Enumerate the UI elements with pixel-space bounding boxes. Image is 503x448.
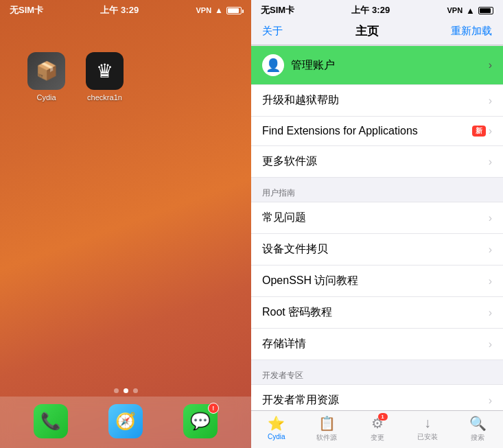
section-developer: 开发者专区 xyxy=(251,360,503,384)
chevron-icon: › xyxy=(489,307,492,319)
menu-item-faq[interactable]: 常见问题 › xyxy=(251,202,503,234)
dot-3 xyxy=(133,388,138,393)
dot-1 xyxy=(114,388,119,393)
menu-item-root-password[interactable]: Root 密码教程 › xyxy=(251,297,503,329)
messages-icon: 💬 xyxy=(190,412,211,431)
manage-account-label: 管理账户 xyxy=(291,58,335,73)
chevron-icon: › xyxy=(489,59,492,71)
dock: 📞 🧭 💬 ! xyxy=(0,397,251,448)
right-panel: 无SIM卡 上午 3:29 VPN ▲ 关于 主页 重新加载 👤 管理账户 › xyxy=(251,0,503,448)
chevron-icon: › xyxy=(489,244,492,256)
new-badge: 新 xyxy=(472,126,486,137)
right-wifi-icon: ▲ xyxy=(466,5,475,16)
right-battery-icon xyxy=(478,7,493,14)
person-icon: 👤 xyxy=(266,58,281,73)
home-screen-icons: 📦 Cydia ♛ checkra1n xyxy=(0,32,251,102)
dock-phone[interactable]: 📞 xyxy=(34,404,68,438)
right-time: 上午 3:29 xyxy=(351,4,390,16)
right-vpn-label: VPN xyxy=(447,6,463,14)
dot-2 xyxy=(124,388,128,393)
changes-badge: 1 xyxy=(378,413,388,421)
storage-details-label: 存储详情 xyxy=(262,337,306,351)
openssh-label: OpenSSH 访问教程 xyxy=(262,274,358,288)
menu-item-more-sources[interactable]: 更多软件源 › xyxy=(251,146,503,178)
section-user-guide: 用户指南 xyxy=(251,178,503,202)
chevron-icon: › xyxy=(489,338,492,351)
menu-item-storage-details[interactable]: 存储详情 › xyxy=(251,329,503,360)
installed-icon: ↓ xyxy=(424,415,431,431)
root-password-label: Root 密码教程 xyxy=(262,305,332,320)
find-extensions-label: Find Extensions for Applications xyxy=(262,125,418,137)
left-carrier: 无SIM卡 xyxy=(10,4,43,16)
changes-icon: ⚙ 1 xyxy=(371,415,384,432)
chevron-icon: › xyxy=(489,125,492,137)
app-icon-cydia[interactable]: 📦 Cydia xyxy=(27,52,65,102)
page-dots xyxy=(0,388,251,393)
menu-item-manage-account[interactable]: 👤 管理账户 › xyxy=(251,45,503,85)
menu-item-openssh[interactable]: OpenSSH 访问教程 › xyxy=(251,266,503,297)
checkra1n-label: checkra1n xyxy=(87,93,122,102)
app-icon-checkra1n[interactable]: ♛ checkra1n xyxy=(86,52,124,102)
messages-badge: ! xyxy=(208,403,219,414)
star-icon: ⭐ xyxy=(268,415,285,432)
right-status-icons: VPN ▲ xyxy=(447,5,493,16)
upgrade-help-label: 升级和越狱帮助 xyxy=(262,93,339,108)
tab-search-label: 搜索 xyxy=(471,433,484,443)
tab-search[interactable]: 🔍 搜索 xyxy=(453,414,503,444)
left-panel: 无SIM卡 上午 3:29 VPN ▲ 📦 Cydia ♛ checkra1n xyxy=(0,0,251,448)
left-status-icons: VPN ▲ xyxy=(196,5,242,15)
chevron-icon: › xyxy=(489,212,492,224)
reload-button[interactable]: 重新加载 xyxy=(451,25,492,38)
search-icon: 🔍 xyxy=(469,415,487,432)
menu-item-upgrade-help[interactable]: 升级和越狱帮助 › xyxy=(251,85,503,117)
chevron-icon: › xyxy=(489,394,492,407)
account-icon: 👤 xyxy=(262,54,284,76)
battery-icon xyxy=(226,7,242,14)
left-vpn-label: VPN xyxy=(196,6,211,14)
tab-sources[interactable]: 📋 软件源 xyxy=(301,414,351,444)
chevron-icon: › xyxy=(489,275,492,287)
tab-cydia[interactable]: ⭐ Cydia xyxy=(251,414,301,444)
sources-icon: 📋 xyxy=(318,415,336,432)
faq-label: 常见问题 xyxy=(262,211,306,225)
safari-icon: 🧭 xyxy=(115,412,136,431)
bottom-tab-bar: ⭐ Cydia 📋 软件源 ⚙ 1 变更 ↓ 已安装 🔍 搜索 xyxy=(251,410,503,448)
dock-messages[interactable]: 💬 ! xyxy=(183,404,218,438)
phone-icon: 📞 xyxy=(40,412,61,431)
chevron-icon: › xyxy=(489,95,492,107)
nav-title: 主页 xyxy=(355,23,379,39)
menu-item-dev-resources[interactable]: 开发者常用资源 › xyxy=(251,384,503,410)
left-status-bar: 无SIM卡 上午 3:29 VPN ▲ xyxy=(0,0,251,18)
checkra1n-logo-icon: ♛ xyxy=(86,52,124,90)
right-status-bar: 无SIM卡 上午 3:29 VPN ▲ xyxy=(251,0,503,18)
wifi-icon: ▲ xyxy=(215,5,223,15)
left-time: 上午 3:29 xyxy=(100,4,139,16)
menu-item-find-extensions[interactable]: Find Extensions for Applications 新 › xyxy=(251,117,503,146)
cydia-logo-icon: 📦 xyxy=(27,52,65,90)
tab-changes-label: 变更 xyxy=(371,433,384,443)
dev-resources-label: 开发者常用资源 xyxy=(262,393,339,408)
right-carrier: 无SIM卡 xyxy=(261,4,294,16)
device-files-label: 设备文件拷贝 xyxy=(262,242,328,257)
chevron-icon: › xyxy=(489,156,492,168)
cydia-label: Cydia xyxy=(36,93,56,102)
dock-safari[interactable]: 🧭 xyxy=(108,404,143,438)
more-sources-label: 更多软件源 xyxy=(262,154,317,169)
tab-cydia-label: Cydia xyxy=(268,433,285,440)
back-button[interactable]: 关于 xyxy=(262,25,283,38)
menu-item-device-files[interactable]: 设备文件拷贝 › xyxy=(251,234,503,266)
tab-installed-label: 已安装 xyxy=(417,432,438,442)
menu-list: 👤 管理账户 › 升级和越狱帮助 › Find Extensions for A… xyxy=(251,45,503,410)
tab-sources-label: 软件源 xyxy=(316,433,337,443)
navigation-bar: 关于 主页 重新加载 xyxy=(251,18,503,45)
tab-changes[interactable]: ⚙ 1 变更 xyxy=(352,414,402,444)
tab-installed[interactable]: ↓ 已安装 xyxy=(402,414,452,444)
